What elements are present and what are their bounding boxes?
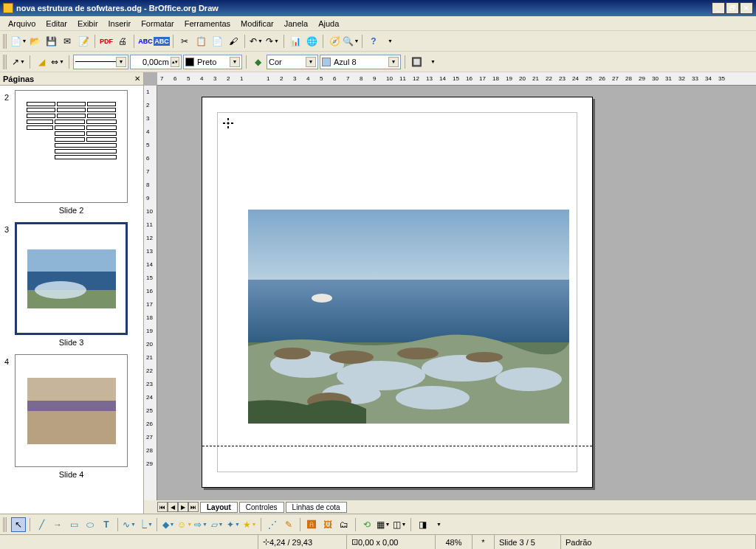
edit-doc-button[interactable]: 📝 <box>76 34 91 49</box>
curve-tool[interactable]: ∿▼ <box>122 517 137 532</box>
grip-icon[interactable] <box>3 34 7 49</box>
autospell-button[interactable]: ABC <box>154 34 169 49</box>
menu-inserir[interactable]: Inserir <box>103 18 137 30</box>
new-button[interactable]: 📄▼ <box>11 34 26 49</box>
menu-ajuda[interactable]: Ajuda <box>313 18 344 30</box>
layer-tabs: ⏮ ◀ ▶ ⏭ Layout Controles Linhas de cota <box>144 500 756 514</box>
separator <box>30 55 30 69</box>
email-button[interactable]: ✉ <box>60 34 75 49</box>
connector-tool[interactable]: ⎿▼ <box>138 517 153 532</box>
navigator-button[interactable]: 🧭 <box>327 34 342 49</box>
points-tool[interactable]: ⋰ <box>265 517 280 532</box>
undo-button[interactable]: ↶▼ <box>249 34 264 49</box>
redo-button[interactable]: ↷▼ <box>265 34 280 49</box>
toolbar-overflow[interactable]: ▼ <box>382 34 397 49</box>
toolbar-overflow[interactable]: ▼ <box>425 55 440 69</box>
vertical-ruler[interactable]: 1234567891011121314151617181920212223242… <box>144 86 157 500</box>
guide-line[interactable] <box>202 446 592 446</box>
symbol-shapes-tool[interactable]: ☺▼ <box>177 517 192 532</box>
slide-thumb-2[interactable] <box>15 90 128 203</box>
panel-close-icon[interactable]: ✕ <box>134 75 140 83</box>
menu-exibir[interactable]: Exibir <box>72 18 103 30</box>
horizontal-ruler[interactable]: 7654321123456789101112131415161718192021… <box>157 72 756 86</box>
pdf-button[interactable]: PDF <box>99 34 114 49</box>
arrow-style-button[interactable]: ↗▼ <box>11 55 26 69</box>
tab-first-button[interactable]: ⏮ <box>157 502 168 512</box>
menu-ferramentas[interactable]: Ferramentas <box>179 18 236 30</box>
tab-linhas[interactable]: Linhas de cota <box>286 502 347 513</box>
basic-shapes-tool[interactable]: ◆▼ <box>161 517 176 532</box>
arrow-ends-button[interactable]: ⇔▼ <box>50 55 65 69</box>
drawing-toolbar: ↖ ╱ → ▭ ⬭ T ∿▼ ⎿▼ ◆▼ ☺▼ ⇨▼ ▱▼ ✦▼ ★▼ ⋰ ✎ … <box>0 514 756 534</box>
canvas-scroll[interactable] <box>157 86 756 500</box>
slides-panel: Páginas ✕ 2 <box>0 72 144 514</box>
menu-editar[interactable]: Editar <box>41 18 72 30</box>
gallery-tool[interactable]: 🗂 <box>337 517 351 532</box>
select-tool[interactable]: ↖ <box>11 517 26 532</box>
grip-icon[interactable] <box>3 55 7 69</box>
fill-type-select[interactable]: Cor ▼ <box>267 55 318 69</box>
callout-tool[interactable]: ✦▼ <box>226 517 241 532</box>
menu-arquivo[interactable]: Arquivo <box>3 18 41 30</box>
canvas-area: 7654321123456789101112131415161718192021… <box>144 72 756 514</box>
menu-janela[interactable]: Janela <box>279 18 313 30</box>
line-color-swatch <box>185 58 194 66</box>
cut-button[interactable]: ✂ <box>177 34 192 49</box>
fontwork-tool[interactable]: 🅰 <box>304 517 319 532</box>
minimize-button[interactable]: _ <box>712 2 725 14</box>
svg-point-15 <box>329 351 374 364</box>
drawing-page[interactable] <box>202 97 593 488</box>
arrange-tool[interactable]: ◫▼ <box>392 517 407 532</box>
tab-last-button[interactable]: ⏭ <box>188 502 199 512</box>
tab-layout[interactable]: Layout <box>200 502 238 513</box>
menu-modificar[interactable]: Modificar <box>236 18 279 30</box>
line-button[interactable]: ◢ <box>34 55 49 69</box>
format-paint-button[interactable]: 🖌 <box>226 34 241 49</box>
align-tool[interactable]: ▦▼ <box>376 517 391 532</box>
grip-icon[interactable] <box>3 517 7 532</box>
svg-point-13 <box>396 386 470 410</box>
text-tool[interactable]: T <box>99 517 114 532</box>
hyperlink-button[interactable]: 🌐 <box>304 34 319 49</box>
stars-tool[interactable]: ★▼ <box>242 517 257 532</box>
close-button[interactable]: ✕ <box>740 2 753 14</box>
open-button[interactable]: 📂 <box>27 34 42 49</box>
extrusion-tool[interactable]: ◨ <box>415 517 430 532</box>
ellipse-tool[interactable]: ⬭ <box>83 517 97 532</box>
area-button[interactable]: ◆ <box>250 55 265 69</box>
tab-prev-button[interactable]: ◀ <box>168 502 178 512</box>
save-button[interactable]: 💾 <box>44 34 58 49</box>
toolbar-overflow[interactable]: ▼ <box>431 517 446 532</box>
slide-thumb-4[interactable] <box>15 354 128 467</box>
restore-button[interactable]: 🗗 <box>726 2 739 14</box>
line-style-select[interactable]: ▼ <box>73 55 128 69</box>
paste-button[interactable]: 📄 <box>210 34 224 49</box>
flowchart-tool[interactable]: ▱▼ <box>210 517 224 532</box>
block-arrows-tool[interactable]: ⇨▼ <box>193 517 208 532</box>
copy-button[interactable]: 📋 <box>193 34 208 49</box>
separator <box>362 35 362 48</box>
line-color-select[interactable]: Preto ▼ <box>183 55 242 69</box>
line-width-select[interactable]: 0,00cm ▴▾ <box>130 55 182 69</box>
status-zoom[interactable]: 48% <box>436 535 472 549</box>
menu-formatar[interactable]: Formatar <box>136 18 179 30</box>
fill-color-select[interactable]: Azul 8 ▼ <box>320 55 401 69</box>
rotate-tool[interactable]: ⟲ <box>360 517 374 532</box>
help-button[interactable]: ? <box>366 34 381 49</box>
arrow-tool[interactable]: → <box>50 517 65 532</box>
glue-tool[interactable]: ✎ <box>281 517 296 532</box>
tab-controles[interactable]: Controles <box>239 502 284 513</box>
chart-button[interactable]: 📊 <box>288 34 303 49</box>
shadow-button[interactable]: 🔲 <box>409 55 424 69</box>
spellcheck-button[interactable]: ABC <box>138 34 153 49</box>
inserted-image[interactable] <box>248 210 569 424</box>
slide-thumb-3[interactable] <box>15 222 128 335</box>
print-button[interactable]: 🖨 <box>115 34 130 49</box>
from-file-tool[interactable]: 🖼 <box>320 517 335 532</box>
rect-tool[interactable]: ▭ <box>66 517 81 532</box>
zoom-button[interactable]: 🔍▼ <box>343 34 358 49</box>
tab-next-button[interactable]: ▶ <box>178 502 188 512</box>
slide-thumbnails[interactable]: 2 Slide 2 <box>0 86 143 514</box>
line-tool[interactable]: ╱ <box>34 517 49 532</box>
separator <box>355 518 356 531</box>
